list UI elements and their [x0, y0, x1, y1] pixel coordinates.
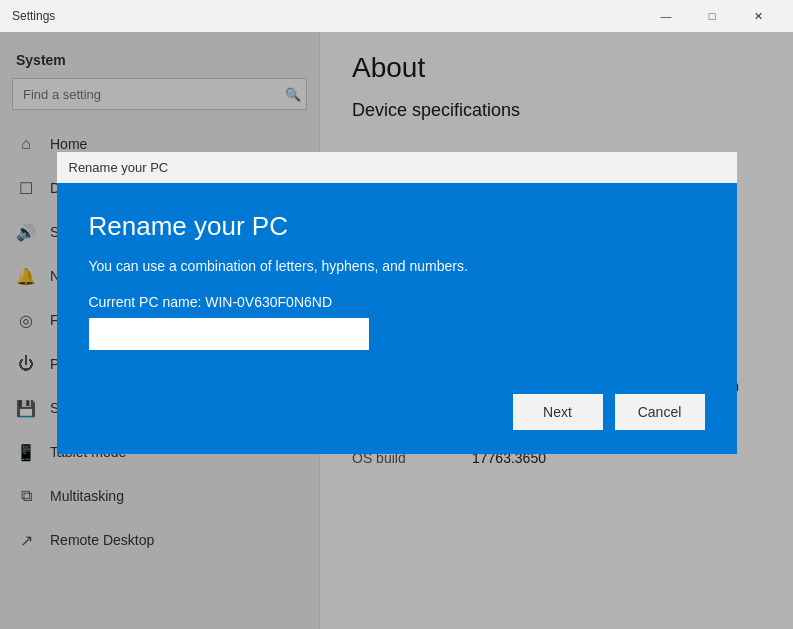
minimize-button[interactable]: — [643, 0, 689, 32]
close-button[interactable]: ✕ [735, 0, 781, 32]
dialog-titlebar: Rename your PC [57, 152, 737, 183]
cancel-button[interactable]: Cancel [615, 394, 705, 430]
next-button[interactable]: Next [513, 394, 603, 430]
dialog-titlebar-text: Rename your PC [69, 160, 169, 175]
dialog-heading: Rename your PC [89, 211, 705, 242]
dialog-description: You can use a combination of letters, hy… [89, 258, 705, 274]
rename-pc-dialog: Rename your PC Rename your PC You can us… [57, 152, 737, 454]
window-title: Settings [12, 9, 55, 23]
dialog-footer: Next Cancel [57, 378, 737, 454]
maximize-button[interactable]: □ [689, 0, 735, 32]
dialog-body: Rename your PC You can use a combination… [57, 183, 737, 378]
dialog-wrapper: Rename your PC Rename your PC You can us… [0, 32, 793, 629]
new-pc-name-input[interactable] [89, 318, 369, 350]
window-titlebar: Settings — □ ✕ [0, 0, 793, 32]
dialog-current-name: Current PC name: WIN-0V630F0N6ND [89, 294, 705, 310]
window-controls: — □ ✕ [643, 0, 781, 32]
